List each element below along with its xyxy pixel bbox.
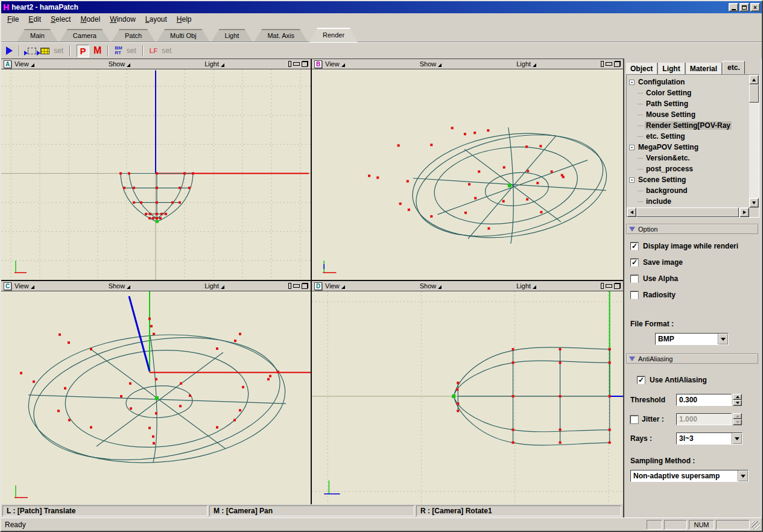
megapov-button[interactable]: M (93, 45, 101, 56)
tree-item-etc-setting[interactable]: etc. Setting (629, 131, 749, 142)
scroll-down-button[interactable] (749, 198, 759, 207)
bmrt-button[interactable]: BMRT (115, 46, 122, 55)
tab-material[interactable]: Material (686, 63, 723, 74)
viewport-d-show-menu[interactable]: Show (420, 282, 442, 290)
display-image-checkbox[interactable] (630, 242, 638, 250)
tab-render[interactable]: Render (309, 28, 358, 42)
layout-quad-button[interactable] (614, 283, 621, 289)
tree-vertical-scrollbar[interactable] (749, 75, 759, 207)
scrollbar-thumb[interactable] (749, 84, 759, 103)
viewport-a-show-menu[interactable]: Show (109, 60, 131, 68)
tab-light[interactable]: Light (212, 29, 253, 42)
layout-horizontal-button[interactable] (606, 62, 612, 66)
lf-button[interactable]: LF (150, 47, 157, 54)
file-format-dropdown[interactable]: BMP (655, 333, 729, 345)
tree-horizontal-scrollbar[interactable] (627, 207, 749, 217)
tree-item-background[interactable]: background (629, 185, 749, 196)
viewport-a-canvas[interactable] (1, 69, 311, 280)
viewport-a-view-menu[interactable]: View (14, 60, 34, 68)
resize-grip[interactable] (752, 521, 760, 530)
layout-quad-button[interactable] (614, 61, 621, 67)
viewport-d-canvas[interactable] (312, 291, 623, 504)
pov-button[interactable]: P (77, 45, 89, 57)
layout-horizontal-button[interactable] (293, 284, 300, 288)
menu-window[interactable]: Window (105, 14, 141, 25)
sampling-method-dropdown[interactable]: Non-adaptive supersamp (630, 470, 749, 482)
layout-horizontal-button[interactable] (293, 62, 300, 66)
menu-file[interactable]: File (2, 14, 24, 25)
tab-camera[interactable]: Camera (60, 29, 110, 42)
render-start-icon[interactable] (6, 46, 13, 55)
viewport-c-view-menu[interactable]: View (14, 282, 34, 290)
scroll-left-button[interactable] (627, 207, 636, 217)
viewport-c-canvas[interactable] (1, 291, 311, 504)
use-antialiasing-checkbox[interactable] (637, 376, 645, 384)
tree-item-megapov-setting[interactable]: MegaPOV Setting (629, 142, 749, 153)
collapse-icon[interactable] (629, 80, 635, 85)
scroll-up-button[interactable] (749, 75, 759, 84)
menu-help[interactable]: Help (172, 14, 197, 25)
menu-edit[interactable]: Edit (24, 14, 46, 25)
tab-light-panel[interactable]: Light (658, 63, 685, 74)
tree-item-scene-setting[interactable]: Scene Setting (629, 174, 749, 185)
layout-vertical-button[interactable] (601, 283, 604, 289)
rays-dropdown[interactable]: 3l~3 (676, 432, 742, 445)
viewport-b-canvas[interactable] (312, 69, 623, 280)
tree-item-version-etc[interactable]: Version&etc. (629, 153, 749, 163)
mosaic-preview-icon[interactable] (40, 48, 49, 54)
tab-multi-obj[interactable]: Multi Obj (157, 29, 209, 42)
viewport-a-light-menu[interactable]: Light (204, 60, 224, 68)
menu-model[interactable]: Model (75, 14, 105, 25)
title-bar[interactable]: H heart2 - hamaPatch × (1, 1, 762, 13)
tab-main[interactable]: Main (17, 29, 58, 42)
viewport-c-light-menu[interactable]: Light (204, 282, 224, 290)
radiosity-checkbox[interactable] (630, 291, 638, 299)
layout-quad-button[interactable] (302, 283, 308, 289)
maximize-button[interactable] (739, 3, 749, 11)
save-image-checkbox[interactable] (630, 259, 638, 267)
viewport-b-show-menu[interactable]: Show (420, 60, 442, 68)
tree-item-configulation[interactable]: Configulation (629, 77, 749, 87)
viewport-c-show-menu[interactable]: Show (109, 282, 131, 290)
viewport-d-view-menu[interactable]: View (325, 282, 345, 290)
threshold-spinner[interactable] (733, 394, 742, 406)
option-section-header[interactable]: Option (626, 224, 758, 234)
dropdown-button[interactable] (718, 334, 728, 344)
layout-quad-button[interactable] (302, 61, 308, 67)
dropdown-button[interactable] (738, 470, 748, 481)
use-alpha-checkbox[interactable] (630, 275, 638, 283)
viewport-b-view-menu[interactable]: View (325, 60, 345, 68)
collapse-icon[interactable] (629, 145, 635, 150)
tab-mat-axis[interactable]: Mat. Axis (254, 29, 308, 42)
spin-down-button[interactable] (733, 400, 742, 406)
scroll-right-button[interactable] (739, 207, 749, 217)
minimize-button[interactable] (729, 3, 738, 11)
layout-horizontal-button[interactable] (606, 284, 612, 288)
tree-item-render-setting[interactable]: Render Setting[POV-Ray (629, 120, 749, 131)
layout-vertical-button[interactable] (601, 61, 604, 67)
threshold-field[interactable]: 0.300 (676, 394, 732, 406)
tab-etc[interactable]: etc. (723, 61, 745, 74)
menu-select[interactable]: Select (46, 14, 75, 25)
tree-item-color-setting[interactable]: Color Setting (629, 87, 749, 98)
viewport-b-light-menu[interactable]: Light (516, 60, 536, 68)
set-button-1[interactable]: set (54, 46, 63, 55)
region-select-icon[interactable] (28, 48, 36, 54)
tree-item-path-setting[interactable]: Path Setting (629, 98, 749, 109)
menu-layout[interactable]: Layout (141, 14, 172, 25)
layout-vertical-button[interactable] (288, 283, 291, 289)
set-button-2[interactable]: set (127, 46, 136, 55)
tab-object[interactable]: Object (626, 63, 658, 74)
tree-item-mouse-setting[interactable]: Mouse Setting (629, 109, 749, 120)
close-button[interactable]: × (750, 3, 760, 11)
jitter-checkbox[interactable] (630, 416, 638, 423)
set-button-3[interactable]: set (162, 46, 171, 55)
scrollbar-thumb[interactable] (636, 207, 739, 217)
layout-vertical-button[interactable] (288, 61, 291, 67)
antialiasing-section-header[interactable]: AntiAliasing (626, 353, 758, 364)
collapse-icon[interactable] (629, 177, 635, 183)
tree-item-post-process[interactable]: post_process (629, 163, 749, 174)
spin-up-button[interactable] (733, 394, 742, 400)
viewport-d-light-menu[interactable]: Light (516, 282, 536, 290)
tree-item-include[interactable]: include (629, 196, 749, 207)
